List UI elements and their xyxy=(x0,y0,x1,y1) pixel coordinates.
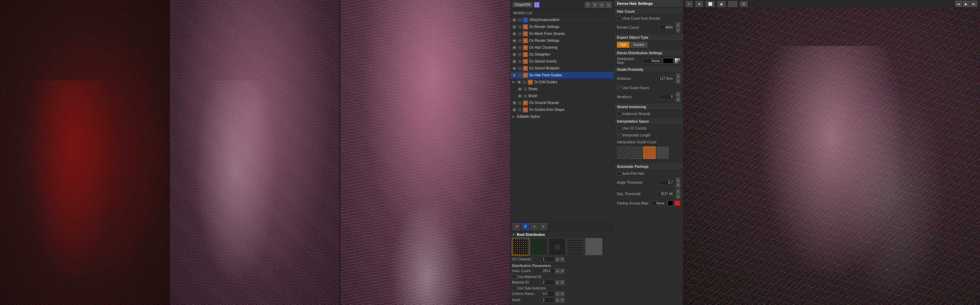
viewport-btn-4[interactable]: ◉ xyxy=(718,1,725,7)
eye-icon[interactable] xyxy=(512,46,517,49)
render-icon[interactable] xyxy=(518,39,522,43)
eye-icon[interactable] xyxy=(512,53,517,56)
parting-groups-map-value[interactable]: None xyxy=(651,201,667,206)
spinner-up[interactable]: ▲ xyxy=(555,280,560,285)
toolbar-icon-2[interactable]: ⚙ xyxy=(592,2,598,8)
spinner-down[interactable]: ▼ xyxy=(560,257,565,262)
eye-icon[interactable] xyxy=(512,101,517,105)
modifier-item-strand-gravity[interactable]: O Ox Strand Gravity xyxy=(511,58,614,65)
spinner-down[interactable]: ▼ xyxy=(560,269,565,273)
modifier-item-vray[interactable]: V VRayOmatrossMod xyxy=(511,17,614,24)
play-next[interactable]: ⏭ xyxy=(970,1,977,7)
thumb-lines[interactable] xyxy=(567,238,584,255)
viewport-btn-6[interactable]: ⊟ xyxy=(740,1,748,7)
play-play[interactable]: ▶ xyxy=(963,1,970,7)
seed-value[interactable]: 2 xyxy=(541,297,555,303)
render-icon[interactable] xyxy=(524,87,527,91)
dist-threshold-up[interactable]: ▲ xyxy=(676,189,680,194)
render-count-value[interactable]: 6666 xyxy=(659,25,675,30)
distance-value[interactable]: 127.0cm xyxy=(658,76,675,81)
thumb-flat[interactable] xyxy=(585,238,603,255)
spinner-up[interactable]: ▲ xyxy=(555,298,560,303)
modifier-item-strand-multiplier[interactable]: O Ox Strand Multiplier xyxy=(511,65,614,72)
render-icon[interactable] xyxy=(518,108,522,111)
eye-icon[interactable] xyxy=(512,73,517,77)
render-icon[interactable] xyxy=(518,46,522,49)
modifier-item-edit-guides[interactable]: ▶ O Ox Edit Guides xyxy=(511,79,614,86)
modifier-item-hair-clustering[interactable]: O Ox Hair Clustering xyxy=(511,44,614,51)
render-icon[interactable] xyxy=(518,32,522,36)
angle-threshold-value[interactable]: 0.7 xyxy=(659,180,675,185)
viewport-btn-5[interactable]: ⬛ xyxy=(728,1,737,7)
spinner-down[interactable]: ▼ xyxy=(560,292,565,296)
guides-button[interactable]: Guides xyxy=(630,42,648,48)
eye-icon[interactable] xyxy=(517,87,522,91)
eye-icon[interactable] xyxy=(512,60,517,63)
render-icon[interactable] xyxy=(518,53,522,56)
use-uv-coords-checkbox[interactable] xyxy=(617,126,621,130)
auto-part-hair-checkbox[interactable] xyxy=(617,172,621,175)
interp-thumb-1[interactable] xyxy=(617,146,629,159)
eye-icon[interactable] xyxy=(512,39,517,43)
eye-icon[interactable] xyxy=(517,94,522,98)
distance-up[interactable]: ▲ xyxy=(676,73,680,78)
nav-btn-pin[interactable]: 📌 xyxy=(512,223,520,230)
parting-groups-swatch[interactable] xyxy=(668,200,673,206)
instanced-strands-checkbox[interactable] xyxy=(617,111,621,116)
render-icon[interactable] xyxy=(518,18,522,22)
interp-thumb-3[interactable] xyxy=(643,146,655,159)
distribution-map-swatch[interactable] xyxy=(663,58,673,64)
nav-btn-grid[interactable]: ⊞ xyxy=(531,223,538,230)
eye-icon[interactable] xyxy=(512,67,517,70)
modifier-item-hair-from-guides[interactable]: O Ox Hair From Guides xyxy=(511,72,614,79)
dist-threshold-value[interactable]: 3537.46 xyxy=(657,191,675,197)
viewport-btn-1[interactable]: + xyxy=(686,1,693,7)
interp-thumb-2[interactable] xyxy=(630,146,643,159)
eye-icon[interactable] xyxy=(512,108,517,111)
render-icon[interactable] xyxy=(523,81,527,84)
interpolate-length-checkbox[interactable]: ✓ xyxy=(617,133,621,137)
use-material-id-checkbox[interactable] xyxy=(512,275,516,279)
toolbar-icon-4[interactable]: ⊟ xyxy=(606,2,612,8)
spinner-up[interactable]: ▲ xyxy=(555,292,560,296)
modifier-item-editable-spline[interactable]: ▶ Editable Spline xyxy=(511,113,614,120)
nav-btn-settings[interactable]: ⚙ xyxy=(539,223,547,230)
render-icon[interactable] xyxy=(518,25,522,29)
render-count-down[interactable]: ▼ xyxy=(676,28,680,32)
uniform-rand-value[interactable]: 0.0 xyxy=(541,291,555,296)
view-count-from-render-checkbox[interactable] xyxy=(617,16,621,21)
view-count-value[interactable]: 2813 xyxy=(541,268,555,273)
thumb-uv[interactable] xyxy=(530,238,547,255)
modifier-subitem-roots[interactable]: Roots xyxy=(511,86,614,92)
toolbar-icon-1[interactable]: ☰ xyxy=(585,2,591,8)
render-icon[interactable] xyxy=(518,101,522,105)
dist-threshold-down[interactable]: ▼ xyxy=(676,194,680,199)
interp-thumb-4[interactable] xyxy=(656,146,669,159)
distance-down[interactable]: ▼ xyxy=(676,79,680,84)
modifier-item-render1[interactable]: O Ox Render Settings xyxy=(511,24,614,30)
nav-btn-list[interactable]: ☰ xyxy=(522,223,529,230)
expand-arrow[interactable]: ▶ xyxy=(512,115,515,119)
material-id-value[interactable]: 2 xyxy=(541,280,555,285)
modifier-item-mesh-strands[interactable]: O Ox Mesh From Strands xyxy=(511,30,614,37)
angle-threshold-down[interactable]: ▼ xyxy=(676,183,680,187)
viewport-btn-2[interactable]: ⊕ xyxy=(695,1,703,7)
parting-groups-color[interactable] xyxy=(675,200,680,206)
iterations-up[interactable]: ▲ xyxy=(676,92,680,97)
hair-button[interactable]: Hair xyxy=(617,42,629,48)
iterations-value[interactable]: 5 xyxy=(659,94,675,100)
angle-threshold-up[interactable]: ▲ xyxy=(676,178,680,183)
distribution-map-value[interactable]: None xyxy=(643,58,662,64)
render-icon[interactable] xyxy=(518,60,522,63)
render-icon[interactable] xyxy=(524,94,527,98)
eye-icon[interactable] xyxy=(512,32,517,36)
modifier-item-ground-strands[interactable]: O Ox Ground Strands xyxy=(511,100,614,106)
thumb-dots[interactable] xyxy=(512,238,529,255)
viewport-btn-3[interactable]: ⬜ xyxy=(706,1,715,7)
toolbar-icon-3[interactable]: ⊞ xyxy=(599,2,605,8)
spinner-down[interactable]: ▼ xyxy=(560,298,565,303)
modifier-item-guides-from-shape[interactable]: O Ox Guides from Shape xyxy=(511,106,614,113)
eye-icon[interactable] xyxy=(517,81,522,84)
modifier-item-straighten[interactable]: O Ox Straighten xyxy=(511,51,614,58)
iterations-down[interactable]: ▼ xyxy=(676,97,680,102)
